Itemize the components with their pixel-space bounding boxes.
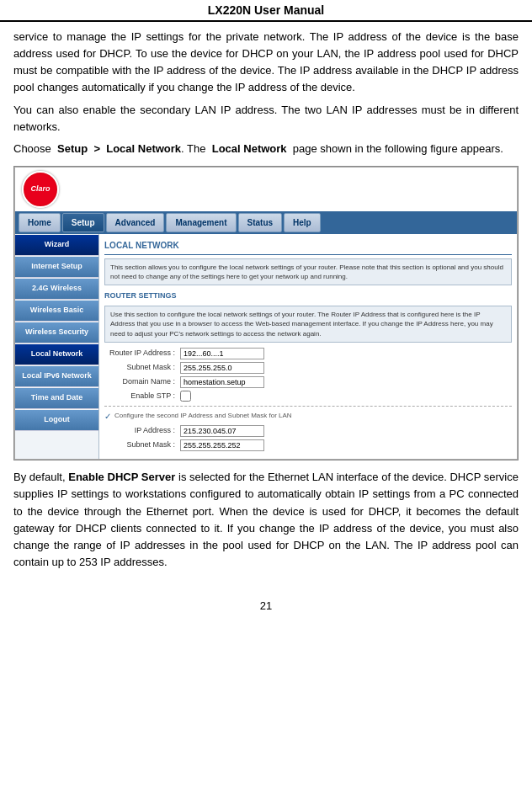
local-network-bold-2: Local Network bbox=[212, 142, 287, 155]
sidebar-item-internet-setup[interactable]: Internet Setup bbox=[15, 257, 98, 278]
form-row-domain: Domain Name : bbox=[104, 376, 512, 388]
ip2-input[interactable] bbox=[180, 425, 264, 437]
sidebar-item-local-ipv6[interactable]: Local IPv6 Network bbox=[15, 366, 98, 387]
choose-text: Choose bbox=[13, 142, 51, 155]
sidebar-item-local-network[interactable]: Local Network bbox=[15, 344, 98, 365]
subnet2-input[interactable] bbox=[180, 439, 264, 451]
form-row-ip2: IP Address : bbox=[104, 425, 512, 437]
subnet-label: Subnet Mask : bbox=[104, 362, 180, 374]
router-ip-input[interactable] bbox=[180, 348, 264, 359]
nav-bar[interactable]: Home Setup Advanced Management Status He… bbox=[15, 211, 517, 235]
check-icon: ✓ bbox=[104, 410, 111, 423]
router-ip-label: Router IP Address : bbox=[104, 348, 180, 359]
sidebar-item-logout[interactable]: Logout bbox=[15, 410, 98, 431]
nav-management[interactable]: Management bbox=[166, 213, 236, 233]
page-title: LX220N User Manual bbox=[0, 0, 532, 22]
router-body: Wizard Internet Setup 2.4G Wireless Wire… bbox=[15, 234, 517, 459]
router-settings-desc: Use this section to configure the local … bbox=[104, 306, 512, 343]
secondary-desc: ✓ Configure the second IP Address and Su… bbox=[104, 410, 512, 423]
setup-bold: Setup bbox=[57, 142, 88, 155]
nav-home[interactable]: Home bbox=[19, 213, 61, 233]
form-row-subnet2: Subnet Mask : bbox=[104, 439, 512, 451]
logo-bar bbox=[15, 168, 517, 211]
enable-dhcp-bold: Enable DHCP Server bbox=[68, 471, 175, 483]
router-ui-figure: Home Setup Advanced Management Status He… bbox=[13, 166, 519, 460]
sidebar: Wizard Internet Setup 2.4G Wireless Wire… bbox=[15, 234, 99, 459]
body-text-rest: is selected for the Ethernet LAN interfa… bbox=[13, 471, 519, 568]
gt-symbol: > bbox=[93, 142, 100, 155]
body-paragraph: By default, Enable DHCP Server is select… bbox=[13, 469, 519, 571]
intro-paragraph-1: service to manage the IP settings for th… bbox=[13, 29, 519, 97]
info-box: This section allows you to configure the… bbox=[104, 258, 512, 285]
stp-label: Enable STP : bbox=[104, 391, 180, 402]
intro-paragraph-2: You can also enable the secondary LAN IP… bbox=[13, 102, 519, 136]
nav-help[interactable]: Help bbox=[284, 213, 321, 233]
page-number: 21 bbox=[0, 599, 532, 620]
nav-setup[interactable]: Setup bbox=[62, 213, 104, 233]
stp-checkbox[interactable] bbox=[180, 391, 191, 402]
section-title: LOCAL NETWORK bbox=[104, 239, 512, 255]
choose-paragraph: Choose Setup > Local Network. The Local … bbox=[13, 141, 519, 157]
sidebar-item-wizard[interactable]: Wizard bbox=[15, 235, 98, 256]
router-settings-title: ROUTER SETTINGS bbox=[104, 290, 512, 302]
ip2-label: IP Address : bbox=[104, 425, 180, 437]
sidebar-item-2g-wireless[interactable]: 2.4G Wireless bbox=[15, 279, 98, 300]
local-network-bold: Local Network bbox=[106, 142, 181, 155]
domain-input[interactable] bbox=[180, 376, 264, 388]
form-row-stp: Enable STP : bbox=[104, 391, 512, 402]
sidebar-item-wireless-security[interactable]: Wireless Security bbox=[15, 322, 98, 343]
subnet2-label: Subnet Mask : bbox=[104, 439, 180, 451]
router-ui: Home Setup Advanced Management Status He… bbox=[14, 167, 518, 460]
content-area: LOCAL NETWORK This section allows you to… bbox=[99, 234, 517, 459]
secondary-section: ✓ Configure the second IP Address and Su… bbox=[104, 406, 512, 452]
form-row-router-ip: Router IP Address : bbox=[104, 348, 512, 359]
domain-label: Domain Name : bbox=[104, 376, 180, 388]
subnet-input[interactable] bbox=[180, 362, 264, 374]
page-shown-text: page shown in the following figure appea… bbox=[293, 142, 503, 155]
choose-suffix: . The bbox=[181, 142, 205, 155]
nav-status[interactable]: Status bbox=[238, 213, 283, 233]
sidebar-item-wireless-basic[interactable]: Wireless Basic bbox=[15, 301, 98, 322]
claro-logo bbox=[22, 171, 59, 208]
sidebar-item-time-date[interactable]: Time and Date bbox=[15, 388, 98, 409]
form-row-subnet: Subnet Mask : bbox=[104, 362, 512, 374]
nav-advanced[interactable]: Advanced bbox=[106, 213, 165, 233]
